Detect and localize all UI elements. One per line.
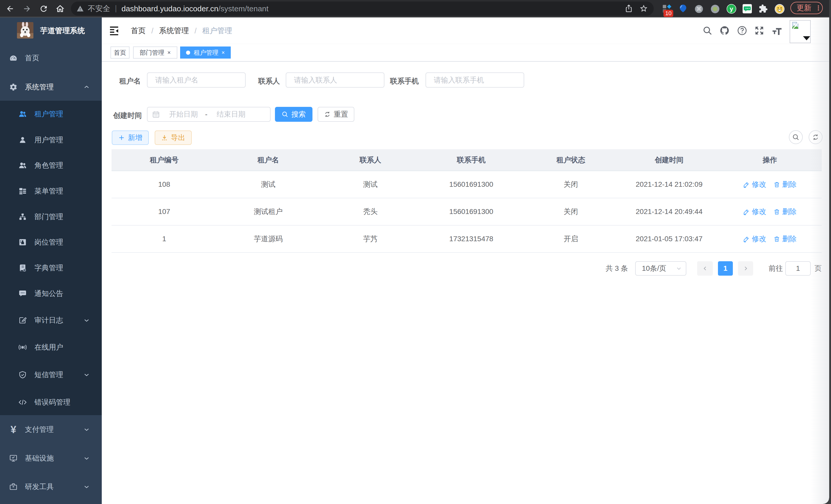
svg-text:⌘: ⌘ <box>696 6 701 12</box>
svg-text:y: y <box>730 5 733 12</box>
